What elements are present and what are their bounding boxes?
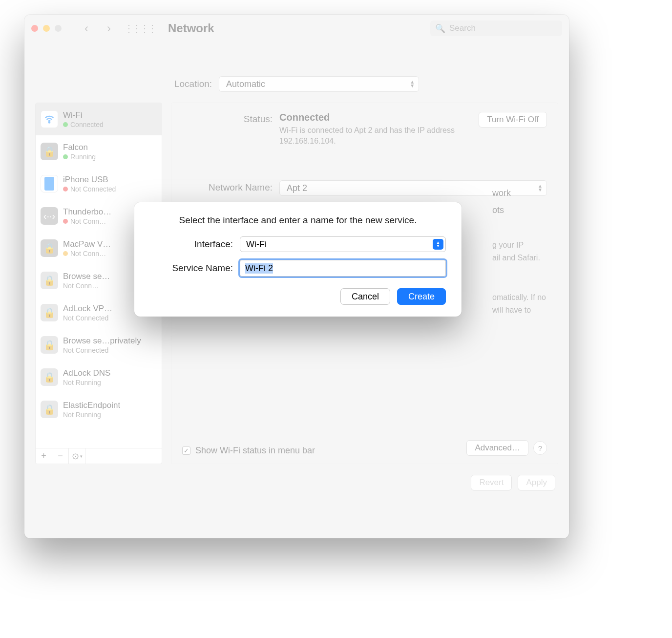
updown-icon: ▲▼ [433,239,443,250]
lock-icon: 🔒 [41,143,58,160]
obscured-text: will have to [492,305,546,316]
sidebar-item-status: Not Conn… [63,217,111,225]
advanced-button[interactable]: Advanced… [466,440,528,456]
sidebar-item-status: Not Running [63,379,110,386]
lock-icon: 🔒 [41,401,58,418]
obscured-text: ots [492,205,546,215]
minimize-window-button[interactable] [43,25,50,32]
revert-button[interactable]: Revert [471,475,512,490]
sidebar-item-wi-fi[interactable]: Wi-FiConnected [36,103,162,135]
back-button[interactable]: ‹ [79,21,94,36]
obscured-text: omatically. If no [492,292,546,303]
sidebar-item-elasticendpoint[interactable]: 🔒ElasticEndpointNot Running [36,393,162,425]
interface-label: Interface: [150,239,233,250]
status-dot-icon [63,219,68,224]
location-value: Automatic [226,79,265,89]
sidebar-item-name: MacPaw V… [63,239,111,249]
interface-select[interactable]: Wi-Fi ▲▼ [240,236,446,252]
sidebar-item-name: Falcon [63,143,96,152]
new-service-dialog: Select the interface and enter a name fo… [134,202,462,317]
help-button[interactable]: ? [533,441,547,455]
zoom-window-button[interactable] [55,25,62,32]
updown-icon: ▲▼ [410,80,415,88]
cancel-button[interactable]: Cancel [340,288,390,305]
sidebar-item-iphone-usb[interactable]: iPhone USBNot Connected [36,168,162,200]
create-button[interactable]: Create [397,288,446,305]
phone-icon [41,175,58,192]
window-title: Network [168,21,214,35]
status-dot-icon [63,122,68,127]
network-name-label: Network Name: [182,180,273,196]
status-value: Connected [279,112,469,123]
search-placeholder: Search [449,23,476,33]
sidebar-item-status: Not Running [63,411,120,419]
chevron-down-icon: ▾ [80,454,83,459]
service-name-label: Service Name: [150,263,233,274]
network-name-value: Apt 2 [287,183,307,193]
apply-button[interactable]: Apply [518,475,555,490]
sidebar-item-adlock-dns[interactable]: 🔒AdLock DNSNot Running [36,361,162,393]
sidebar-item-name: Browse se…privately [63,336,141,346]
sidebar-item-browse-se-privately[interactable]: 🔒Browse se…privatelyNot Connected [36,329,162,361]
forward-button[interactable]: › [102,21,116,36]
window-controls [31,25,62,32]
wifi-icon [41,110,58,128]
show-wifi-status-checkbox[interactable]: ✓ Show Wi-Fi status in menu bar [182,446,315,456]
close-window-button[interactable] [31,25,38,32]
location-row: Location: Automatic ▲▼ [24,76,569,92]
service-name-input[interactable] [240,260,446,276]
sidebar-item-name: Browse se… [63,272,110,281]
status-dot-icon [63,251,68,256]
status-label: Status: [182,112,273,146]
interface-value: Wi-Fi [246,239,267,250]
lock-icon: 🔒 [41,272,58,289]
sidebar-item-status: Running [63,153,96,161]
chevron-right-icon: › [107,21,111,35]
status-dot-icon [63,187,68,191]
sidebar-item-status: Not Connected [63,185,116,193]
search-icon: 🔍 [435,23,445,34]
sidebar-item-name: Thunderbo… [63,207,111,217]
svg-point-0 [49,122,50,123]
sidebar-item-name: iPhone USB [63,175,116,185]
lock-icon: 🔒 [41,368,58,386]
obscured-text: g your IP [492,240,546,251]
gear-icon: ⊙ [72,451,79,462]
sidebar-item-name: AdLock DNS [63,368,110,378]
chevron-left-icon: ‹ [84,21,88,35]
titlebar: ‹ › ⋮⋮⋮⋮ Network 🔍 Search [24,15,569,42]
dialog-title: Select the interface and enter a name fo… [150,215,446,226]
status-description: Wi-Fi is connected to Apt 2 and has the … [279,125,469,146]
search-field[interactable]: 🔍 Search [430,21,562,36]
sidebar-toolbar: + − ⊙▾ [36,448,162,464]
obscured-text: work [492,188,546,198]
sidebar-item-name: Wi-Fi [63,110,104,120]
lock-icon: 🔒 [41,336,58,354]
add-service-button[interactable]: + [36,448,52,464]
sidebar-item-name: AdLock VP… [63,304,112,314]
obscured-text: ail and Safari. [492,253,546,263]
sidebar-item-falcon[interactable]: 🔒FalconRunning [36,135,162,168]
question-icon: ? [538,444,542,452]
checkmark-icon: ✓ [182,447,190,455]
more-actions-button[interactable]: ⊙▾ [69,448,85,464]
show-wifi-status-label: Show Wi-Fi status in menu bar [195,446,315,456]
status-dot-icon [63,154,68,159]
lock-icon: 🔒 [41,239,58,257]
sidebar-item-status: Not Conn… [63,282,110,290]
thunderbolt-icon: ‹··› [41,207,58,225]
remove-service-button[interactable]: − [52,448,69,464]
location-select[interactable]: Automatic ▲▼ [219,76,419,92]
show-all-button[interactable]: ⋮⋮⋮⋮ [124,22,155,34]
lock-icon: 🔒 [41,304,58,321]
location-label: Location: [174,79,212,89]
footer-buttons: Revert Apply [24,464,569,501]
sidebar-item-status: Not Connected [63,314,112,322]
sidebar-item-status: Not Conn… [63,250,111,257]
sidebar-item-name: ElasticEndpoint [63,401,120,410]
sidebar-item-status: Connected [63,121,104,128]
sidebar-item-status: Not Connected [63,346,141,354]
turn-wifi-off-button[interactable]: Turn Wi-Fi Off [479,112,547,128]
